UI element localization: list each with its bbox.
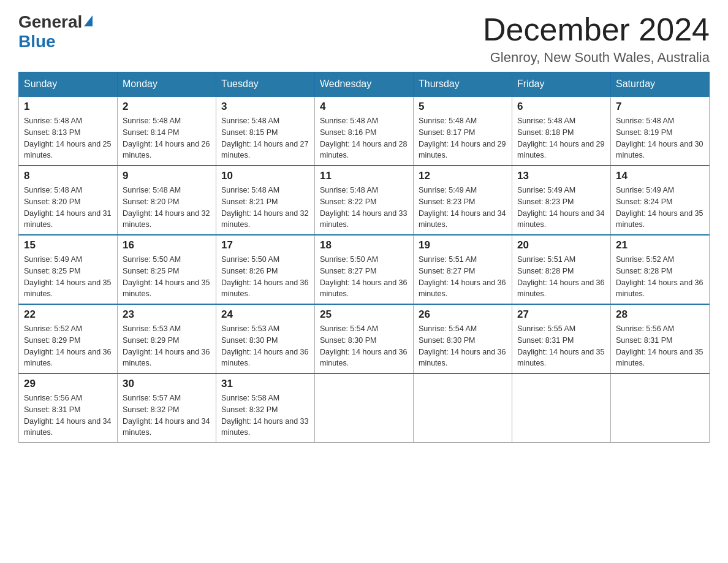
sunrise-label: Sunrise: 5:48 AM xyxy=(616,117,674,125)
calendar-cell: 26 Sunrise: 5:54 AM Sunset: 8:30 PM Dayl… xyxy=(414,304,512,373)
sunset-label: Sunset: 8:23 PM xyxy=(419,197,475,206)
sunset-label: Sunset: 8:23 PM xyxy=(517,197,574,206)
daylight-label: Daylight: 14 hours and 33 minutes. xyxy=(221,417,308,437)
daylight-label: Daylight: 14 hours and 36 minutes. xyxy=(221,348,308,368)
day-info: Sunrise: 5:53 AM Sunset: 8:29 PM Dayligh… xyxy=(123,323,211,369)
sunrise-label: Sunrise: 5:48 AM xyxy=(221,186,279,194)
day-info: Sunrise: 5:50 AM Sunset: 8:25 PM Dayligh… xyxy=(123,254,211,300)
day-info: Sunrise: 5:50 AM Sunset: 8:26 PM Dayligh… xyxy=(221,254,309,300)
logo[interactable]: General Blue xyxy=(18,12,93,52)
day-number: 3 xyxy=(221,101,309,113)
calendar-cell: 17 Sunrise: 5:50 AM Sunset: 8:26 PM Dayl… xyxy=(216,235,315,304)
calendar-cell: 2 Sunrise: 5:48 AM Sunset: 8:14 PM Dayli… xyxy=(118,96,216,166)
sunset-label: Sunset: 8:27 PM xyxy=(419,267,475,275)
calendar-cell: 22 Sunrise: 5:52 AM Sunset: 8:29 PM Dayl… xyxy=(19,304,118,373)
day-info: Sunrise: 5:56 AM Sunset: 8:31 PM Dayligh… xyxy=(616,323,704,369)
day-info: Sunrise: 5:48 AM Sunset: 8:13 PM Dayligh… xyxy=(24,115,112,161)
calendar-week-row: 15 Sunrise: 5:49 AM Sunset: 8:25 PM Dayl… xyxy=(19,235,710,304)
day-info: Sunrise: 5:48 AM Sunset: 8:19 PM Dayligh… xyxy=(616,115,704,161)
day-info: Sunrise: 5:52 AM Sunset: 8:29 PM Dayligh… xyxy=(24,323,112,369)
sunset-label: Sunset: 8:27 PM xyxy=(320,267,376,275)
sunrise-label: Sunrise: 5:51 AM xyxy=(517,255,575,264)
daylight-label: Daylight: 14 hours and 35 minutes. xyxy=(123,278,210,299)
sunrise-label: Sunrise: 5:50 AM xyxy=(221,255,279,264)
sunset-label: Sunset: 8:20 PM xyxy=(123,197,179,206)
sunset-label: Sunset: 8:22 PM xyxy=(320,197,376,206)
daylight-label: Daylight: 14 hours and 34 minutes. xyxy=(123,417,210,437)
page-header: General Blue December 2024 Glenroy, New … xyxy=(18,12,710,66)
calendar-table: SundayMondayTuesdayWednesdayThursdayFrid… xyxy=(18,72,710,443)
logo-blue-text: Blue xyxy=(18,32,56,51)
day-info: Sunrise: 5:49 AM Sunset: 8:23 PM Dayligh… xyxy=(419,185,507,231)
daylight-label: Daylight: 14 hours and 36 minutes. xyxy=(419,278,506,299)
logo-general-text: General xyxy=(18,12,82,32)
calendar-cell: 11 Sunrise: 5:48 AM Sunset: 8:22 PM Dayl… xyxy=(315,166,414,235)
daylight-label: Daylight: 14 hours and 29 minutes. xyxy=(419,140,506,160)
weekday-header-monday: Monday xyxy=(118,72,216,97)
daylight-label: Daylight: 14 hours and 26 minutes. xyxy=(123,140,210,160)
day-info: Sunrise: 5:48 AM Sunset: 8:22 PM Dayligh… xyxy=(320,185,408,231)
daylight-label: Daylight: 14 hours and 36 minutes. xyxy=(221,278,308,299)
day-number: 9 xyxy=(123,170,211,182)
day-info: Sunrise: 5:50 AM Sunset: 8:27 PM Dayligh… xyxy=(320,254,408,300)
daylight-label: Daylight: 14 hours and 34 minutes. xyxy=(419,209,506,229)
daylight-label: Daylight: 14 hours and 36 minutes. xyxy=(24,348,111,368)
calendar-cell: 3 Sunrise: 5:48 AM Sunset: 8:15 PM Dayli… xyxy=(216,96,315,166)
daylight-label: Daylight: 14 hours and 34 minutes. xyxy=(24,417,111,437)
daylight-label: Daylight: 14 hours and 33 minutes. xyxy=(320,209,407,229)
calendar-cell xyxy=(512,373,611,443)
sunrise-label: Sunrise: 5:48 AM xyxy=(123,117,181,125)
sunrise-label: Sunrise: 5:55 AM xyxy=(517,324,575,333)
sunset-label: Sunset: 8:25 PM xyxy=(24,267,80,275)
calendar-cell xyxy=(414,373,512,443)
calendar-cell: 4 Sunrise: 5:48 AM Sunset: 8:16 PM Dayli… xyxy=(315,96,414,166)
sunrise-label: Sunrise: 5:54 AM xyxy=(320,324,378,333)
day-info: Sunrise: 5:54 AM Sunset: 8:30 PM Dayligh… xyxy=(320,323,408,369)
day-number: 2 xyxy=(123,101,211,113)
day-number: 6 xyxy=(517,101,605,113)
day-number: 24 xyxy=(221,308,309,321)
calendar-cell: 25 Sunrise: 5:54 AM Sunset: 8:30 PM Dayl… xyxy=(315,304,414,373)
sunset-label: Sunset: 8:26 PM xyxy=(221,267,278,275)
location-text: Glenroy, New South Wales, Australia xyxy=(483,50,710,66)
calendar-cell: 6 Sunrise: 5:48 AM Sunset: 8:18 PM Dayli… xyxy=(512,96,611,166)
day-number: 30 xyxy=(123,378,211,390)
sunrise-label: Sunrise: 5:48 AM xyxy=(221,117,279,125)
weekday-header-saturday: Saturday xyxy=(611,72,710,97)
daylight-label: Daylight: 14 hours and 30 minutes. xyxy=(616,140,703,160)
day-number: 7 xyxy=(616,101,704,113)
sunrise-label: Sunrise: 5:52 AM xyxy=(616,255,674,264)
calendar-cell: 12 Sunrise: 5:49 AM Sunset: 8:23 PM Dayl… xyxy=(414,166,512,235)
calendar-week-row: 1 Sunrise: 5:48 AM Sunset: 8:13 PM Dayli… xyxy=(19,96,710,166)
sunrise-label: Sunrise: 5:48 AM xyxy=(320,117,378,125)
day-number: 13 xyxy=(517,170,605,182)
calendar-cell: 28 Sunrise: 5:56 AM Sunset: 8:31 PM Dayl… xyxy=(611,304,710,373)
sunset-label: Sunset: 8:25 PM xyxy=(123,267,179,275)
sunset-label: Sunset: 8:24 PM xyxy=(616,197,672,206)
sunset-label: Sunset: 8:29 PM xyxy=(123,336,179,345)
weekday-header-thursday: Thursday xyxy=(414,72,512,97)
day-number: 23 xyxy=(123,308,211,321)
day-number: 17 xyxy=(221,239,309,251)
sunrise-label: Sunrise: 5:50 AM xyxy=(123,255,181,264)
day-number: 5 xyxy=(419,101,507,113)
calendar-cell: 1 Sunrise: 5:48 AM Sunset: 8:13 PM Dayli… xyxy=(19,96,118,166)
sunset-label: Sunset: 8:32 PM xyxy=(123,405,179,414)
daylight-label: Daylight: 14 hours and 35 minutes. xyxy=(517,348,604,368)
sunset-label: Sunset: 8:20 PM xyxy=(24,197,80,206)
title-area: December 2024 Glenroy, New South Wales, … xyxy=(483,12,710,66)
day-info: Sunrise: 5:48 AM Sunset: 8:21 PM Dayligh… xyxy=(221,185,309,231)
sunset-label: Sunset: 8:16 PM xyxy=(320,128,376,137)
sunset-label: Sunset: 8:13 PM xyxy=(24,128,80,137)
calendar-cell: 23 Sunrise: 5:53 AM Sunset: 8:29 PM Dayl… xyxy=(118,304,216,373)
day-number: 4 xyxy=(320,101,408,113)
daylight-label: Daylight: 14 hours and 27 minutes. xyxy=(221,140,308,160)
daylight-label: Daylight: 14 hours and 31 minutes. xyxy=(24,209,111,229)
sunrise-label: Sunrise: 5:48 AM xyxy=(517,117,575,125)
daylight-label: Daylight: 14 hours and 32 minutes. xyxy=(221,209,308,229)
day-number: 1 xyxy=(24,101,112,113)
sunrise-label: Sunrise: 5:48 AM xyxy=(123,186,181,194)
day-number: 20 xyxy=(517,239,605,251)
calendar-cell xyxy=(315,373,414,443)
month-title: December 2024 xyxy=(483,12,710,47)
